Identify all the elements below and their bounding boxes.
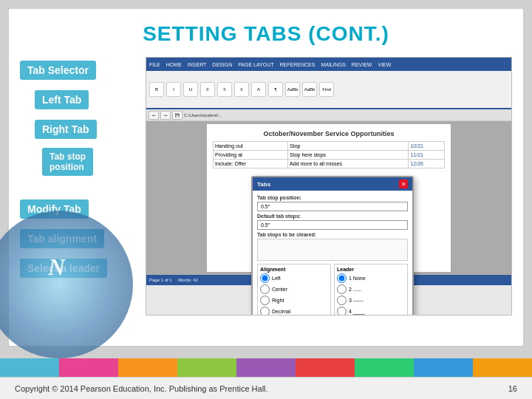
table-cell: Add more to all misses xyxy=(288,160,409,168)
color-3 xyxy=(118,358,177,377)
word-screenshot: FILE HOME INSERT DESIGN PAGE LAYOUT REFE… xyxy=(146,57,512,316)
radio-right: Right xyxy=(260,296,328,305)
word-toolbar: ↩ ↪ 💾 C:\Users\student\... xyxy=(146,109,511,121)
ribbon-btn-1[interactable]: B xyxy=(149,82,164,97)
radio-left: Left xyxy=(260,273,328,283)
table-cell: Include: Offer xyxy=(214,160,288,168)
ribbon-btn-4[interactable]: ≡ xyxy=(200,82,215,97)
slide-title: SETTING TABS (CONT.) xyxy=(9,9,523,53)
right-tab-item: Right Tab xyxy=(20,116,138,143)
toolbar-path: C:\Users\student\... xyxy=(184,113,222,117)
tab-review[interactable]: REVIEW xyxy=(352,62,372,67)
ribbon-body: B I U ≡ ≡ ≡ A ¶ AaBb AaBb Find xyxy=(146,71,511,109)
ribbon-btn-9[interactable]: AaBb xyxy=(285,82,300,97)
alignment-group: Alignment Left Center Right xyxy=(257,264,331,316)
table-row: Handing out Stop 10/21 xyxy=(214,142,445,151)
right-tab-label: Right Tab xyxy=(35,120,97,139)
table-row: Providing at Stop here stops 11/21 xyxy=(214,151,445,160)
default-stops-label: Default tab stops: xyxy=(257,214,408,219)
status-words: Words: 42 xyxy=(178,278,198,282)
tab-pagelayout[interactable]: PAGE LAYOUT xyxy=(238,62,273,67)
color-8 xyxy=(414,358,473,377)
left-tab-label: Left Tab xyxy=(35,90,89,109)
tab-home[interactable]: HOME xyxy=(166,62,182,67)
radio-none: 1 None xyxy=(337,273,405,283)
page-number: 16 xyxy=(508,384,517,393)
color-9 xyxy=(473,358,532,377)
ribbon-btn-2[interactable]: I xyxy=(166,82,181,97)
doc-page: October/November Service Opportunities H… xyxy=(207,124,451,272)
table-cell: 10/21 xyxy=(409,142,445,151)
tab-selector-label: Tab Selector xyxy=(20,61,96,80)
dialog-title-bar: Tabs ✕ xyxy=(253,177,412,191)
table-cell: Stop xyxy=(288,142,409,151)
table-cell: 12/26 xyxy=(409,160,445,168)
toolbar-btn-2[interactable]: ↪ xyxy=(160,111,171,120)
tab-mailings[interactable]: MAILINGS xyxy=(321,62,345,67)
tab-stop-position-label: Tab stop position: xyxy=(257,195,408,200)
tab-references[interactable]: REFERENCES xyxy=(280,62,316,67)
table-cell: 11/21 xyxy=(409,151,445,160)
color-6 xyxy=(296,358,355,377)
color-7 xyxy=(355,358,414,377)
table-cell: Providing at xyxy=(214,151,288,160)
left-tab-item: Left Tab xyxy=(20,86,138,113)
status-page: Page 1 of 1 xyxy=(149,278,172,282)
doc-page-title: October/November Service Opportunities xyxy=(213,130,445,137)
color-strip xyxy=(0,358,532,377)
color-1 xyxy=(0,358,59,377)
tab-insert[interactable]: INSERT xyxy=(188,62,207,67)
tab-stops-clear-label: Tab stops to be cleared: xyxy=(257,232,408,237)
table-row: Include: Offer Add more to all misses 12… xyxy=(214,160,445,168)
tabs-dialog: Tabs ✕ Tab stop position: Default tab st… xyxy=(251,176,414,316)
footer: Copyright © 2014 Pearson Education, Inc.… xyxy=(0,377,532,399)
tab-stop-label: Tab stopposition xyxy=(42,148,93,177)
radio-underline: 4 ____ xyxy=(337,307,405,316)
radio-decimal: Decimal xyxy=(260,307,328,316)
table-cell: Stop here stops xyxy=(288,151,409,160)
dialog-close-button[interactable]: ✕ xyxy=(399,180,408,188)
ribbon-tabs-row: FILE HOME INSERT DESIGN PAGE LAYOUT REFE… xyxy=(146,58,511,71)
color-2 xyxy=(59,358,118,377)
color-4 xyxy=(177,358,236,377)
tab-design[interactable]: DESIGN xyxy=(212,62,232,67)
radio-dots: 2 ...... xyxy=(337,284,405,294)
clear-listbox[interactable] xyxy=(257,239,408,261)
toolbar-btn-3[interactable]: 💾 xyxy=(172,111,183,120)
dialog-title: Tabs xyxy=(257,181,270,188)
radio-center: Center xyxy=(260,284,328,294)
word-doc-area: October/November Service Opportunities H… xyxy=(146,121,511,275)
bottom-bar: Copyright © 2014 Pearson Education, Inc.… xyxy=(0,358,532,399)
radio-dash: 3 ------ xyxy=(337,296,405,305)
tab-selector-item: Tab Selector xyxy=(20,57,138,83)
ribbon-btn-11[interactable]: Find xyxy=(319,82,334,97)
alignment-label: Alignment xyxy=(260,267,328,272)
tab-file[interactable]: FILE xyxy=(149,62,160,67)
ribbon-btn-10[interactable]: AaBb xyxy=(302,82,317,97)
tab-stop-item: Tab stopposition xyxy=(20,149,138,175)
leader-group: Leader 1 None 2 ...... 3 ------ xyxy=(334,264,408,316)
table-cell: Handing out xyxy=(214,142,288,151)
compass-n-label: N xyxy=(48,253,65,281)
ribbon-btn-8[interactable]: ¶ xyxy=(268,82,283,97)
dialog-body: Tab stop position: Default tab stops: Ta… xyxy=(253,191,412,316)
ribbon-btn-7[interactable]: A xyxy=(251,82,266,97)
ribbon-btn-6[interactable]: ≡ xyxy=(234,82,249,97)
copyright-text: Copyright © 2014 Pearson Education, Inc.… xyxy=(15,384,268,393)
color-5 xyxy=(236,358,296,377)
tab-stop-input[interactable] xyxy=(257,202,408,211)
toolbar-btn-1[interactable]: ↩ xyxy=(149,111,159,120)
default-stop-input[interactable] xyxy=(257,220,408,230)
leader-label: Leader xyxy=(337,267,405,272)
tab-view[interactable]: VIEW xyxy=(378,62,391,67)
ribbon-btn-5[interactable]: ≡ xyxy=(217,82,232,97)
ribbon-btn-3[interactable]: U xyxy=(183,82,198,97)
